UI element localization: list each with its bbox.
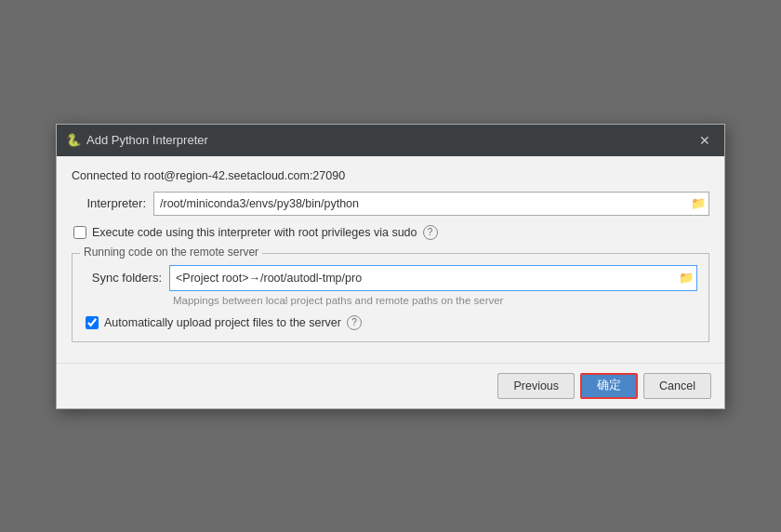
- sync-input-wrapper: 📁: [169, 265, 697, 291]
- title-bar: 🐍 Add Python Interpreter ✕: [57, 125, 724, 156]
- sudo-checkbox-row: Execute code using this interpreter with…: [73, 225, 709, 240]
- auto-upload-help-icon[interactable]: ?: [347, 315, 362, 330]
- sudo-help-icon[interactable]: ?: [423, 225, 438, 240]
- sync-folders-row: Sync folders: 📁: [84, 265, 697, 291]
- interpreter-label: Interpreter:: [72, 196, 146, 210]
- remote-section-legend: Running code on the remote server: [80, 246, 262, 259]
- interpreter-row: Interpreter: 📁: [72, 192, 709, 216]
- cancel-button[interactable]: Cancel: [643, 373, 711, 399]
- sudo-checkbox[interactable]: [73, 226, 86, 239]
- dialog-title: Add Python Interpreter: [86, 133, 208, 147]
- interpreter-input[interactable]: [153, 192, 709, 216]
- interpreter-folder-icon[interactable]: 📁: [690, 195, 707, 212]
- dialog-content: Connected to root@region-42.seetacloud.c…: [57, 156, 724, 363]
- sudo-label: Execute code using this interpreter with…: [92, 226, 417, 239]
- footer: Previous 确定 Cancel: [57, 363, 724, 408]
- ok-button[interactable]: 确定: [580, 373, 638, 399]
- add-python-interpreter-dialog: 🐍 Add Python Interpreter ✕ Connected to …: [56, 124, 725, 409]
- auto-upload-checkbox[interactable]: [86, 316, 99, 329]
- sync-folders-label: Sync folders:: [84, 271, 162, 285]
- python-icon: 🐍: [66, 133, 81, 148]
- sync-folder-icon[interactable]: 📁: [678, 270, 695, 286]
- interpreter-input-wrapper: 📁: [153, 192, 709, 216]
- sync-folders-input[interactable]: [169, 265, 697, 291]
- auto-upload-row: Automatically upload project files to th…: [86, 315, 697, 330]
- auto-upload-label: Automatically upload project files to th…: [104, 316, 341, 329]
- previous-button[interactable]: Previous: [497, 373, 575, 399]
- title-bar-left: 🐍 Add Python Interpreter: [66, 133, 208, 148]
- connection-info: Connected to root@region-42.seetacloud.c…: [72, 169, 709, 182]
- sync-hint: Mappings between local project paths and…: [173, 295, 697, 306]
- close-button[interactable]: ✕: [695, 130, 715, 151]
- remote-section: Running code on the remote server Sync f…: [72, 253, 709, 342]
